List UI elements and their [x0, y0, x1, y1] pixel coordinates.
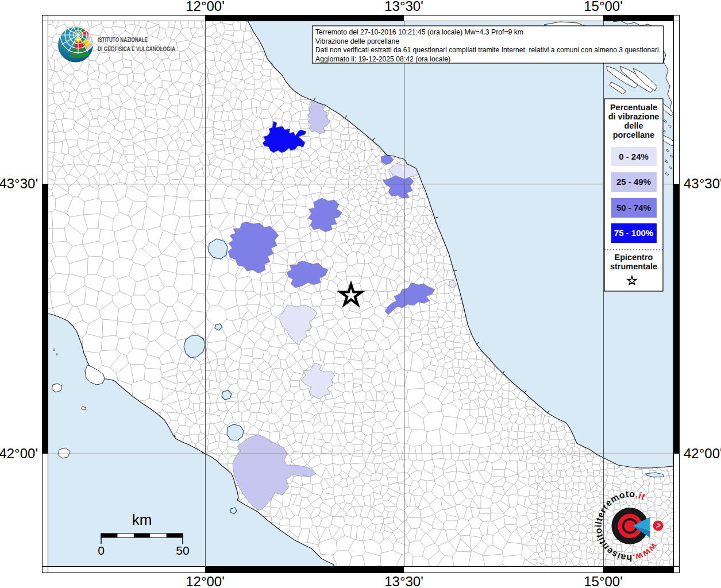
svg-text:0: 0 — [98, 544, 105, 557]
svg-text:delle: delle — [624, 121, 643, 130]
svg-text:Epicentro: Epicentro — [615, 253, 653, 262]
svg-text:km: km — [132, 511, 152, 528]
svg-text:Dati non verificati estratti d: Dati non verificati estratti da 61 quest… — [315, 46, 661, 54]
svg-text:43°30': 43°30' — [684, 176, 721, 191]
svg-text:Vibrazione delle porcellane: Vibrazione delle porcellane — [315, 37, 399, 45]
svg-text:43°30': 43°30' — [0, 176, 38, 191]
svg-text:ISTITUTO NAZIONALE: ISTITUTO NAZIONALE — [98, 36, 148, 43]
svg-text:porcellane: porcellane — [613, 130, 655, 140]
svg-text:25 - 49%: 25 - 49% — [616, 177, 651, 187]
svg-text:Percentuale: Percentuale — [610, 103, 657, 112]
svg-text:13°30': 13°30' — [384, 0, 423, 14]
svg-text:13°30': 13°30' — [384, 574, 423, 588]
svg-text:Terremoto del 27-10-2016 10:21: Terremoto del 27-10-2016 10:21:45 (ora l… — [315, 28, 523, 36]
svg-text:42°00': 42°00' — [0, 446, 38, 461]
svg-text:12°00': 12°00' — [186, 574, 225, 588]
svg-text:75 - 100%: 75 - 100% — [614, 228, 653, 238]
svg-text:0 - 24%: 0 - 24% — [619, 152, 649, 161]
svg-text:di vibrazione: di vibrazione — [608, 112, 660, 121]
svg-text:12°00': 12°00' — [186, 0, 225, 14]
svg-text:15°00': 15°00' — [584, 0, 623, 14]
svg-text:Aggiornato il: 19-12-2025 08:4: Aggiornato il: 19-12-2025 08:42 (ora loc… — [315, 55, 450, 63]
svg-text:15°00': 15°00' — [584, 574, 623, 588]
svg-text:50: 50 — [176, 544, 189, 557]
svg-text:50 - 74%: 50 - 74% — [616, 203, 651, 212]
svg-text:42°00': 42°00' — [684, 446, 721, 461]
svg-text:DI GEOFISICA E VULCANOLOGIA: DI GEOFISICA E VULCANOLOGIA — [98, 45, 175, 52]
svg-text:strumentale: strumentale — [610, 262, 657, 271]
